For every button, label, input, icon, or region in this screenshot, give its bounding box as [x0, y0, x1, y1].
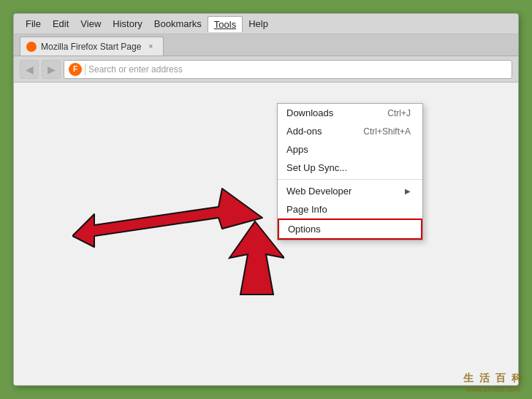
nav-bar: ◀ ▶ F Search or enter address	[14, 56, 518, 83]
firefox-logo-icon: F	[69, 63, 82, 76]
watermark-url: www.bimeiz.com	[463, 385, 523, 393]
menu-item-addons[interactable]: Add-ons Ctrl+Shift+A	[278, 122, 422, 140]
menu-item-downloads[interactable]: Downloads Ctrl+J	[278, 104, 422, 122]
menu-item-web-developer[interactable]: Web Developer ▶	[278, 182, 422, 200]
apps-label: Apps	[286, 144, 411, 155]
addons-label: Add-ons	[286, 126, 349, 137]
menu-bar: File Edit View History Bookmarks Tools H…	[14, 14, 518, 34]
menu-item-options[interactable]: Options	[278, 218, 422, 240]
tab-close-button[interactable]: ×	[145, 42, 156, 52]
svg-marker-1	[72, 189, 262, 247]
menu-bookmarks[interactable]: Bookmarks	[148, 16, 208, 31]
watermark-chinese-text: 生 活 百 科	[463, 372, 523, 385]
address-text: Search or enter address	[88, 64, 507, 75]
menu-view[interactable]: View	[75, 16, 107, 31]
menu-history[interactable]: History	[107, 16, 148, 31]
address-separator	[85, 64, 86, 75]
submenu-arrow-icon: ▶	[405, 187, 411, 195]
menu-edit[interactable]: Edit	[47, 16, 75, 31]
back-icon: ◀	[26, 64, 34, 75]
options-label: Options	[288, 224, 409, 235]
forward-button[interactable]: ▶	[42, 60, 61, 79]
red-arrow-annotation	[72, 148, 299, 294]
browser-tab[interactable]: Mozilla Firefox Start Page ×	[20, 37, 164, 56]
menu-item-apps[interactable]: Apps	[278, 140, 422, 159]
tools-dropdown-menu: Downloads Ctrl+J Add-ons Ctrl+Shift+A Ap…	[277, 103, 423, 240]
menu-item-setup-sync[interactable]: Set Up Sync...	[278, 159, 422, 177]
back-button[interactable]: ◀	[20, 60, 39, 79]
page-info-label: Page Info	[286, 204, 411, 215]
tab-bar: Mozilla Firefox Start Page ×	[14, 34, 518, 56]
web-developer-label: Web Developer	[286, 186, 399, 197]
forward-icon: ▶	[48, 64, 56, 75]
menu-file[interactable]: File	[20, 16, 47, 31]
page-content: Downloads Ctrl+J Add-ons Ctrl+Shift+A Ap…	[14, 83, 518, 385]
browser-window: File Edit View History Bookmarks Tools H…	[13, 13, 519, 386]
downloads-label: Downloads	[286, 107, 373, 118]
downloads-shortcut: Ctrl+J	[387, 108, 411, 118]
setup-sync-label: Set Up Sync...	[286, 162, 411, 173]
addons-shortcut: Ctrl+Shift+A	[363, 126, 411, 137]
watermark: 生 活 百 科 www.bimeiz.com	[463, 372, 523, 393]
menu-help[interactable]: Help	[243, 16, 274, 31]
menu-tools[interactable]: Tools	[208, 16, 243, 32]
tab-favicon-icon	[26, 42, 37, 52]
menu-divider-1	[278, 179, 422, 180]
tab-title: Mozilla Firefox Start Page	[41, 42, 141, 52]
address-bar[interactable]: F Search or enter address	[64, 60, 512, 79]
menu-item-page-info[interactable]: Page Info	[278, 200, 422, 218]
